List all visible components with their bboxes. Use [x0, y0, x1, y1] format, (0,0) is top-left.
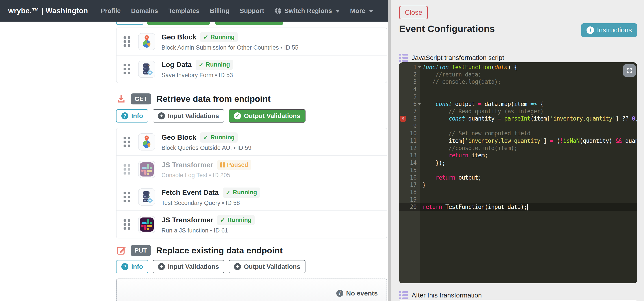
no-events-label: iNo events	[336, 289, 378, 298]
nav-item-templates[interactable]: Templates	[168, 7, 199, 15]
instructions-label: Instructions	[597, 26, 632, 34]
event-title: JS Transformer	[162, 216, 213, 224]
line-number: 14	[399, 160, 417, 166]
code-line: 14 });	[399, 159, 637, 166]
event-row[interactable]: Geo Block✓RunningBlock Admin Submission …	[116, 28, 387, 55]
code-line: 20return TestFunction(input_data);	[399, 203, 637, 210]
check-circle-icon: ✓	[234, 112, 241, 119]
button-label: Info	[131, 112, 143, 120]
status-badge: Paused	[217, 160, 251, 170]
drag-handle-icon[interactable]	[124, 219, 130, 230]
event-icon-box	[138, 133, 155, 151]
main-column: wrybe.™ | Washington ProfileDomainsTempl…	[0, 0, 388, 301]
drag-handle-icon[interactable]	[124, 36, 130, 47]
input-validations-button[interactable]: +Input Validations	[153, 260, 224, 273]
event-row[interactable]: Fetch Event Data✓RunningTest Secondary Q…	[116, 183, 387, 210]
event-card: Geo Block✓RunningBlock Admin Submission …	[116, 28, 387, 83]
status-label: Running	[210, 34, 234, 41]
nav-item-profile[interactable]: Profile	[101, 7, 121, 15]
code-text: const output = data.map(item => {	[417, 101, 544, 107]
after-label-row: After this transformation	[399, 291, 482, 299]
database-icon	[140, 62, 154, 76]
button-label: Output Validations	[244, 263, 300, 270]
line-number: 1	[399, 64, 417, 71]
endpoint-button-row: ?Info+Input Validations+Output Validatio…	[116, 260, 306, 273]
drag-handle-icon[interactable]	[124, 137, 130, 147]
line-number: 15	[399, 167, 417, 173]
code-line: 1function TestFunction(data) {	[399, 64, 637, 71]
geo-block-icon	[140, 35, 154, 49]
output-validations-button[interactable]: ✓Output Validations	[228, 109, 306, 123]
nav-item-domains[interactable]: Domains	[131, 7, 158, 15]
code-line: 13 return item;	[399, 152, 637, 159]
event-row[interactable]: Geo Block✓RunningBlock Queries Outside A…	[116, 128, 387, 155]
drag-handle-icon[interactable]	[124, 64, 130, 74]
script-label-row: JavaScript transformation script	[399, 54, 504, 62]
fullscreen-button[interactable]	[623, 64, 636, 77]
nav-item-billing[interactable]: Billing	[210, 7, 230, 15]
database-icon	[140, 190, 154, 204]
output-validations-button[interactable]: +Output Validations	[228, 260, 306, 273]
event-text: Geo Block✓RunningBlock Admin Submission …	[162, 32, 298, 51]
vertical-scrollbar[interactable]	[388, 0, 391, 301]
line-number: 3	[399, 79, 417, 85]
pause-icon	[220, 162, 225, 167]
question-icon: ?	[121, 112, 128, 119]
script-label: JavaScript transformation script	[412, 54, 504, 62]
no-events-box: iNo events	[116, 278, 387, 301]
info-button[interactable]: ?Info	[116, 109, 148, 123]
check-icon: ✓	[199, 61, 204, 68]
line-number: 16	[399, 174, 417, 181]
nav-item-switch-regions[interactable]: Switch Regions	[274, 7, 340, 15]
line-number: 2	[399, 71, 417, 78]
line-number: 12	[399, 145, 417, 151]
event-row[interactable]: JS TransformerPausedConsole Log Test • I…	[116, 155, 387, 183]
event-description: Test Secondary Query • ID 58	[162, 200, 260, 206]
after-transformation-label: After this transformation	[412, 291, 482, 299]
code-line: 5	[399, 93, 637, 100]
input-validations-button[interactable]: +Input Validations	[153, 109, 224, 123]
event-description: Console Log Test • ID 205	[162, 172, 251, 179]
event-icon-box	[138, 33, 155, 50]
event-text: Geo Block✓RunningBlock Queries Outside A…	[162, 132, 252, 151]
event-title: Log Data	[162, 61, 192, 69]
info-icon: i	[586, 27, 594, 34]
status-label: Running	[210, 134, 234, 141]
info-icon: i	[336, 290, 343, 297]
chevron-down-icon	[369, 10, 373, 13]
event-config-panel: Close Event Configurations i Instruction…	[391, 0, 644, 301]
status-badge: ✓Running	[200, 132, 238, 143]
event-text: Fetch Event Data✓RunningTest Secondary Q…	[162, 187, 260, 206]
code-text: });	[417, 160, 445, 166]
code-line: 6 const output = data.map(item => {	[399, 100, 637, 108]
instructions-button[interactable]: i Instructions	[581, 23, 637, 37]
event-icon-box	[138, 61, 155, 78]
code-text: // Read quantity (as integer)	[417, 108, 544, 115]
event-icon-box	[138, 161, 155, 178]
code-text: // console.log(data);	[417, 79, 501, 85]
close-button[interactable]: Close	[399, 6, 428, 19]
endpoint-title: Retrieve data from endpoint	[156, 94, 271, 104]
question-icon: ?	[121, 263, 128, 270]
status-badge: ✓Running	[223, 187, 260, 198]
list-icon	[399, 291, 408, 299]
globe-icon	[274, 7, 282, 15]
event-row[interactable]: JS Transformer✓RunningRun a JS function …	[116, 210, 387, 238]
download-icon	[116, 94, 126, 104]
scrollbar-thumb[interactable]	[388, 0, 391, 301]
panel-title: Event Configurations	[399, 23, 495, 34]
event-card: Geo Block✓RunningBlock Queries Outside A…	[116, 128, 387, 238]
info-button[interactable]: ?Info	[116, 260, 148, 273]
code-line: 12 //console.info(item);	[399, 144, 637, 152]
drag-handle-icon[interactable]	[124, 192, 130, 202]
event-description: Block Admin Submission for Other Countri…	[162, 44, 298, 51]
event-row[interactable]: Log Data✓RunningSave Invetory Form • ID …	[116, 55, 387, 83]
code-line: 19	[399, 196, 637, 203]
edit-pencil-icon	[116, 245, 126, 256]
drag-handle-icon[interactable]	[124, 164, 130, 174]
event-description: Block Queries Outside AU. • ID 59	[162, 145, 252, 151]
code-editor[interactable]: 1function TestFunction(data) {2 //return…	[399, 62, 637, 283]
nav-item-support[interactable]: Support	[240, 7, 264, 15]
method-badge: GET	[130, 93, 151, 104]
nav-item-more[interactable]: More	[350, 7, 373, 15]
